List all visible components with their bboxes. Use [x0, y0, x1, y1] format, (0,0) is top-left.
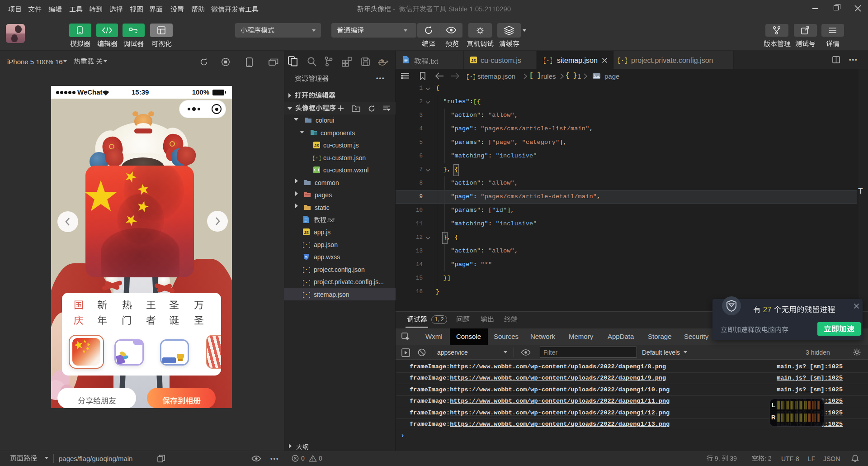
svg-text:{·}: {·} [303, 242, 310, 248]
svg-text:S: S [305, 255, 308, 259]
svg-text:{·}: {·} [618, 57, 627, 64]
svg-text:JS: JS [471, 58, 476, 63]
svg-text:{·}: {·} [303, 266, 310, 273]
svg-text:JS: JS [314, 143, 319, 148]
svg-text:{·}: {·} [544, 57, 552, 64]
svg-text:JS: JS [304, 230, 309, 235]
svg-text:{·}: {·} [467, 73, 475, 80]
svg-text:{·}: {·} [303, 279, 310, 286]
svg-text:{·}: {·} [303, 291, 310, 298]
svg-text:{·}: {·} [313, 155, 321, 162]
